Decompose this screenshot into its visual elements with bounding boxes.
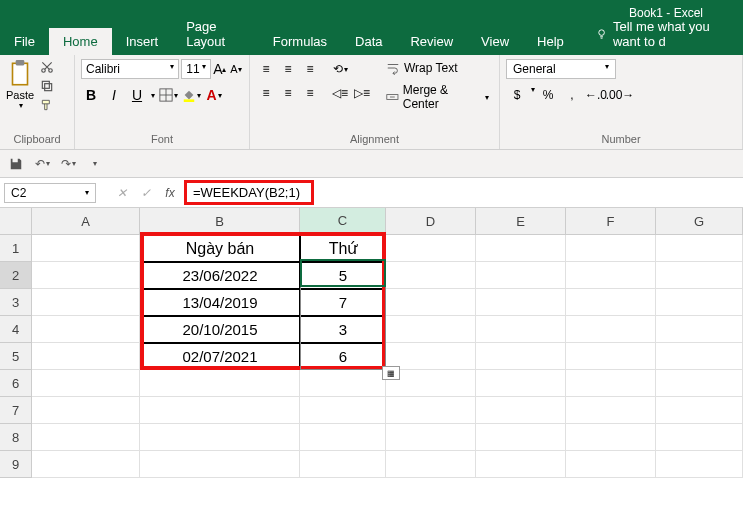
cell-g5[interactable] xyxy=(656,343,743,370)
cell-f9[interactable] xyxy=(566,451,656,478)
cell-f5[interactable] xyxy=(566,343,656,370)
name-box[interactable]: C2 ▾ xyxy=(4,183,96,203)
percent-button[interactable]: % xyxy=(537,85,559,105)
cell-f1[interactable] xyxy=(566,235,656,262)
align-right-button[interactable]: ≡ xyxy=(300,83,320,103)
cell-a3[interactable] xyxy=(32,289,140,316)
cell-d8[interactable] xyxy=(386,424,476,451)
chevron-down-icon[interactable]: ▾ xyxy=(151,91,155,100)
increase-decimal-button[interactable]: ←.0 xyxy=(585,85,607,105)
borders-button[interactable]: ▾ xyxy=(158,85,178,105)
save-button[interactable] xyxy=(6,154,26,174)
format-painter-button[interactable] xyxy=(38,97,56,113)
cell-g1[interactable] xyxy=(656,235,743,262)
cell-e5[interactable] xyxy=(476,343,566,370)
cell-b4[interactable]: 20/10/2015 xyxy=(140,316,300,343)
menu-review[interactable]: Review xyxy=(396,28,467,55)
cell-f8[interactable] xyxy=(566,424,656,451)
cell-d3[interactable] xyxy=(386,289,476,316)
redo-button[interactable]: ↷▾ xyxy=(58,154,78,174)
cell-c8[interactable] xyxy=(300,424,386,451)
orientation-button[interactable]: ⟲▾ xyxy=(330,59,350,79)
align-top-button[interactable]: ≡ xyxy=(256,59,276,79)
cell-c4[interactable]: 3 xyxy=(300,316,386,343)
col-header-b[interactable]: B xyxy=(140,208,300,235)
cell-b7[interactable] xyxy=(140,397,300,424)
cell-a6[interactable] xyxy=(32,370,140,397)
cell-g6[interactable] xyxy=(656,370,743,397)
font-size-select[interactable]: 11▾ xyxy=(181,59,210,79)
cell-b2[interactable]: 23/06/2022 xyxy=(140,262,300,289)
increase-font-button[interactable]: A▴ xyxy=(213,59,227,79)
cell-a2[interactable] xyxy=(32,262,140,289)
tell-me-search[interactable]: Tell me what you want to d xyxy=(588,13,743,55)
bold-button[interactable]: B xyxy=(81,85,101,105)
decrease-font-button[interactable]: A▾ xyxy=(229,59,243,79)
cut-button[interactable] xyxy=(38,59,56,75)
copy-button[interactable] xyxy=(38,78,56,94)
cell-a8[interactable] xyxy=(32,424,140,451)
cell-c3[interactable]: 7 xyxy=(300,289,386,316)
cell-g9[interactable] xyxy=(656,451,743,478)
row-header-4[interactable]: 4 xyxy=(0,316,32,343)
customize-qat-button[interactable]: ▾ xyxy=(84,154,104,174)
row-header-2[interactable]: 2 xyxy=(0,262,32,289)
cell-e6[interactable] xyxy=(476,370,566,397)
wrap-text-button[interactable]: Wrap Text xyxy=(382,59,493,77)
cell-f6[interactable] xyxy=(566,370,656,397)
align-bottom-button[interactable]: ≡ xyxy=(300,59,320,79)
font-name-select[interactable]: Calibri ▾ xyxy=(81,59,179,79)
align-left-button[interactable]: ≡ xyxy=(256,83,276,103)
menu-view[interactable]: View xyxy=(467,28,523,55)
row-header-3[interactable]: 3 xyxy=(0,289,32,316)
italic-button[interactable]: I xyxy=(104,85,124,105)
increase-indent-button[interactable]: ▷≡ xyxy=(352,83,372,103)
row-header-6[interactable]: 6 xyxy=(0,370,32,397)
currency-button[interactable]: $ xyxy=(506,85,528,105)
cell-c2[interactable]: 5 xyxy=(300,262,386,289)
align-middle-button[interactable]: ≡ xyxy=(278,59,298,79)
fill-color-button[interactable]: ▾ xyxy=(181,85,201,105)
row-header-5[interactable]: 5 xyxy=(0,343,32,370)
cell-f4[interactable] xyxy=(566,316,656,343)
row-header-1[interactable]: 1 xyxy=(0,235,32,262)
cell-b9[interactable] xyxy=(140,451,300,478)
col-header-g[interactable]: G xyxy=(656,208,743,235)
cell-c5[interactable]: 6 xyxy=(300,343,386,370)
align-center-button[interactable]: ≡ xyxy=(278,83,298,103)
cell-g8[interactable] xyxy=(656,424,743,451)
font-color-button[interactable]: A▾ xyxy=(204,85,224,105)
cell-a9[interactable] xyxy=(32,451,140,478)
menu-file[interactable]: File xyxy=(0,28,49,55)
col-header-e[interactable]: E xyxy=(476,208,566,235)
menu-insert[interactable]: Insert xyxy=(112,28,173,55)
decrease-decimal-button[interactable]: .00→ xyxy=(609,85,631,105)
underline-button[interactable]: U xyxy=(127,85,147,105)
merge-center-button[interactable]: Merge & Center ▾ xyxy=(382,81,493,113)
menu-formulas[interactable]: Formulas xyxy=(259,28,341,55)
cell-c9[interactable] xyxy=(300,451,386,478)
cell-b5[interactable]: 02/07/2021 xyxy=(140,343,300,370)
cell-e7[interactable] xyxy=(476,397,566,424)
cell-c7[interactable] xyxy=(300,397,386,424)
menu-data[interactable]: Data xyxy=(341,28,396,55)
number-format-select[interactable]: General▾ xyxy=(506,59,616,79)
row-header-9[interactable]: 9 xyxy=(0,451,32,478)
cell-f2[interactable] xyxy=(566,262,656,289)
formula-input[interactable]: =WEEKDAY(B2;1) xyxy=(184,180,314,205)
undo-button[interactable]: ↶▾ xyxy=(32,154,52,174)
cell-f3[interactable] xyxy=(566,289,656,316)
cell-e3[interactable] xyxy=(476,289,566,316)
cell-f7[interactable] xyxy=(566,397,656,424)
menu-home[interactable]: Home xyxy=(49,28,112,55)
cell-g7[interactable] xyxy=(656,397,743,424)
cell-e1[interactable] xyxy=(476,235,566,262)
cancel-formula-button[interactable]: ✕ xyxy=(110,182,134,204)
decrease-indent-button[interactable]: ◁≡ xyxy=(330,83,350,103)
insert-function-button[interactable]: fx xyxy=(158,182,182,204)
cell-e4[interactable] xyxy=(476,316,566,343)
menu-help[interactable]: Help xyxy=(523,28,578,55)
cell-d4[interactable] xyxy=(386,316,476,343)
cell-c1[interactable]: Thứ xyxy=(300,235,386,262)
autofill-options-button[interactable]: ▦ xyxy=(382,366,400,380)
